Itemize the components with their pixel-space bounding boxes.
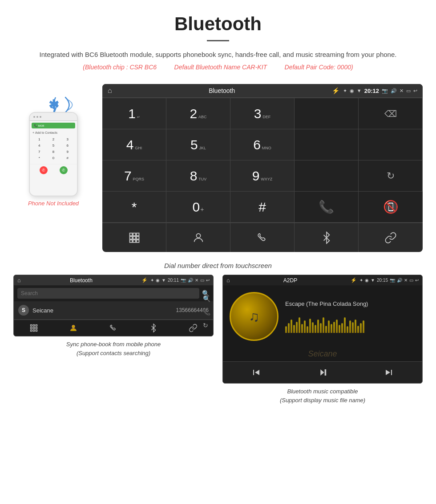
dial-key-5[interactable]: 5 JKL [166, 129, 230, 160]
pb-calls-btn[interactable] [93, 324, 133, 332]
volume-icon[interactable]: 🔊 [391, 88, 397, 94]
svg-marker-22 [320, 369, 324, 376]
pb-link-icon [189, 324, 198, 332]
dial-refresh-btn[interactable]: ↻ [359, 160, 423, 192]
music-rect-icon[interactable]: ▭ [409, 278, 413, 283]
waveform-bar [325, 326, 327, 333]
pb-vol-icon[interactable]: 🔊 [188, 278, 193, 283]
dial-empty-1 [295, 129, 359, 160]
music-vol-icon[interactable]: 🔊 [397, 278, 402, 283]
dial-call-red-btn[interactable]: 📵 [359, 192, 423, 223]
pb-side-phone-icon[interactable]: 📞 [203, 308, 210, 316]
svg-rect-5 [136, 236, 139, 239]
pb-home-icon[interactable]: ⌂ [17, 277, 21, 284]
pb-rect-icon[interactable]: ▭ [200, 278, 204, 283]
waveform-bar [307, 326, 308, 333]
music-back-icon[interactable]: ↩ [415, 278, 419, 283]
phone-dial-8: 8 [47, 149, 61, 155]
bluetooth-mode-btn[interactable] [295, 223, 359, 252]
music-bt-icon: ✦ [359, 278, 363, 283]
waveform-bar [312, 322, 314, 333]
music-title: A2DP [233, 277, 348, 284]
pb-contacts-btn[interactable] [54, 324, 94, 332]
dial-key-7[interactable]: 7 PQRS [102, 160, 166, 192]
camera-icon[interactable]: 📷 [382, 88, 388, 94]
dial-caption: Dial number direct from touchscreen [0, 256, 436, 275]
header-section: Bluetooth Integrated with BC6 Bluetooth … [0, 0, 436, 80]
phone-mockup: 📞 MOB + Add to Contacts 1 2 3 4 5 6 7 8 … [29, 112, 78, 196]
pb-usb-icon: ⚡ [141, 277, 148, 283]
svg-rect-17 [33, 330, 34, 331]
album-art-bt-icon: ♫ [249, 308, 259, 325]
waveform-bar [363, 320, 364, 333]
prev-btn[interactable] [223, 366, 289, 379]
link-btn[interactable] [359, 223, 423, 252]
pb-loc-icon: ◉ [156, 278, 160, 283]
signal-icon: ▼ [357, 88, 362, 93]
waveform-bar [328, 320, 330, 333]
header-specs: (Bluetooth chip : CSR BC6 Default Blueto… [27, 64, 409, 71]
header-divider [207, 40, 229, 41]
close-x-icon[interactable]: ✕ [400, 88, 404, 94]
dial-key-2[interactable]: 2 ABC [166, 98, 230, 129]
dial-key-1[interactable]: 1 ↵ [102, 98, 166, 129]
next-btn[interactable] [356, 366, 422, 379]
pb-bt-btn[interactable] [133, 324, 174, 332]
dial-call-green-btn[interactable]: 📞 [295, 192, 359, 223]
dial-backspace-btn[interactable]: ⌫ [359, 98, 423, 129]
call-green-icon: 📞 [319, 200, 334, 214]
waveform-bar [288, 323, 290, 333]
backspace-icon: ⌫ [384, 108, 397, 119]
dial-key-3[interactable]: 3 DEF [230, 98, 295, 129]
svg-rect-2 [136, 233, 139, 236]
phone-end-btn[interactable]: ✆ [40, 166, 48, 174]
music-statusbar: ⌂ A2DP ⚡ ✦ ◉ ▼ 20:15 📷 🔊 ✕ ▭ ↩ [223, 275, 422, 285]
main-section: ✱ 📞 MOB + [0, 80, 436, 256]
music-close-icon[interactable]: ✕ [404, 278, 408, 283]
phone-dial-1: 1 [32, 136, 46, 142]
waveform-bar [331, 324, 332, 333]
phone-call-bar: 📞 MOB [32, 123, 75, 128]
bluetooth-outline-icon [320, 232, 333, 244]
pb-time: 20:11 [168, 278, 179, 283]
phonebook-caption-line1: Sync phone-book from mobile phone [66, 341, 161, 348]
pb-close-icon[interactable]: ✕ [195, 278, 198, 283]
dialpad-icon-row [102, 223, 423, 252]
pb-dialpad-btn[interactable] [14, 324, 54, 332]
contacts-btn[interactable] [166, 223, 230, 252]
waveform-bar [336, 320, 338, 333]
rect-icon[interactable]: ▭ [406, 88, 411, 94]
dial-key-0[interactable]: 0 + [166, 192, 230, 223]
recent-calls-btn[interactable] [230, 223, 295, 252]
bluetooth-signal: ✱ [48, 97, 59, 112]
phone-call-btn[interactable]: ✆ [60, 166, 68, 174]
pb-side-search-icon[interactable]: 🔍 [203, 295, 210, 302]
music-home-icon[interactable]: ⌂ [226, 277, 230, 284]
dial-key-6[interactable]: 6 MNO [230, 129, 295, 160]
dial-key-hash[interactable]: # [230, 192, 295, 223]
dial-key-9[interactable]: 9 WXYZ [230, 160, 295, 192]
pb-search-input[interactable] [17, 288, 199, 299]
back-icon[interactable]: ↩ [413, 88, 417, 94]
phone-top-bar [30, 113, 77, 121]
pb-back-icon[interactable]: ↩ [206, 278, 210, 283]
pb-cam-icon[interactable]: 📷 [181, 278, 186, 283]
bt-status-icon: ✦ [343, 88, 347, 94]
music-song-title: Escape (The Pina Colada Song) [285, 300, 416, 307]
dial-key-star[interactable]: * [102, 192, 166, 223]
dial-key-8[interactable]: 8 TUV [166, 160, 230, 192]
home-icon[interactable]: ⌂ [108, 87, 112, 95]
play-pause-btn[interactable] [289, 366, 355, 379]
music-cam-icon[interactable]: 📷 [390, 278, 395, 283]
pb-contact-row[interactable]: S Seicane 13566664466 [14, 301, 213, 320]
dialpad-mode-btn[interactable] [102, 223, 166, 252]
pb-contact-initial: S [18, 305, 29, 316]
pb-bt-icon [149, 324, 158, 332]
call-red-icon: 📵 [383, 200, 399, 214]
dial-key-4[interactable]: 4 GHI [102, 129, 166, 160]
waveform-bar [347, 326, 348, 333]
pb-side-refresh-icon[interactable]: ↻ [203, 322, 210, 329]
pb-bt-icon: ✦ [150, 278, 154, 283]
waveform-bar [293, 325, 295, 333]
svg-rect-15 [36, 327, 37, 328]
